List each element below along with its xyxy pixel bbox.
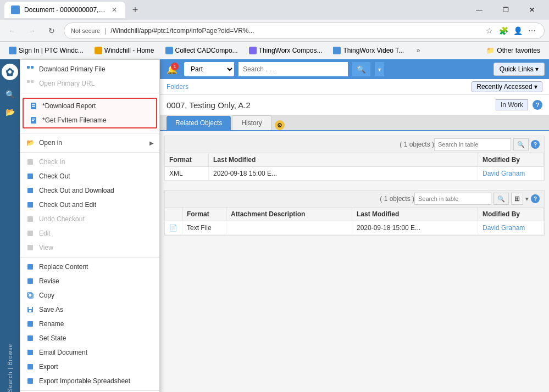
download-report-item[interactable]: *Download Report <box>24 99 156 113</box>
bookmark-item-thingworx2[interactable]: ThingWorx Video T... <box>329 46 408 55</box>
bookmark-favicon <box>249 47 257 54</box>
help-icon[interactable]: ? <box>533 100 542 110</box>
download-primary-file-item[interactable]: Download Primary File <box>20 62 159 76</box>
rename-item[interactable]: Rename <box>20 317 159 331</box>
revise-icon <box>26 277 35 285</box>
table-2-header: Format Attachment Description Last Modif… <box>165 208 544 221</box>
maximize-button[interactable]: ❐ <box>493 0 518 20</box>
col-last-modified-2: Last Modified <box>352 208 478 221</box>
bookmark-item-ptc[interactable]: Sign In | PTC Windc... <box>4 46 88 55</box>
cell-modified-by[interactable]: David Graham <box>478 167 544 180</box>
col-modified-by-1: Modified By <box>478 153 544 166</box>
cell-modified-by-2[interactable]: David Graham <box>478 221 544 234</box>
address-bar[interactable]: Not secure | /Windchill/app/#ptc1/tcomp/… <box>64 23 545 39</box>
document-status: In Work ? <box>496 99 542 110</box>
bookmark-label: ThingWorx Video T... <box>343 47 404 54</box>
section-search-input-2[interactable] <box>414 193 491 205</box>
grid-view-icon[interactable]: ⊞ <box>511 193 523 205</box>
edit-item[interactable]: Edit <box>20 226 159 240</box>
section-header-1: ( 1 objects ) 🔍 ? <box>165 136 544 153</box>
svg-rect-17 <box>27 231 33 236</box>
bookmark-label: Collect CADCompo... <box>175 47 238 54</box>
document-title: 0007, Testing Only, A.2 <box>167 100 251 110</box>
bookmark-item-home[interactable]: Windchill - Home <box>90 46 159 55</box>
back-button[interactable]: ← <box>4 23 20 38</box>
table-search-button-2[interactable]: 🔍 <box>493 193 509 205</box>
open-in-item[interactable]: 📂 Open in ▶ <box>20 136 159 150</box>
copy-item[interactable]: Copy <box>20 288 159 303</box>
address-bar-row: ← → ↻ Not secure | /Windchill/app/#ptc1/… <box>0 20 549 42</box>
profile-icon[interactable]: 👤 <box>512 25 523 36</box>
extension-icon[interactable]: 🧩 <box>498 25 509 36</box>
section-search-input[interactable] <box>434 138 511 150</box>
active-tab[interactable]: Document - 0000000007, Testin... ✕ <box>4 2 125 18</box>
table-help-icon[interactable]: ? <box>531 140 540 149</box>
checkout-download-icon <box>26 186 35 195</box>
tab-settings-icon[interactable]: ⚙ <box>275 120 285 130</box>
close-button[interactable]: ✕ <box>519 0 545 20</box>
email-document-item[interactable]: Email Document <box>20 345 159 360</box>
save-icon <box>26 305 35 314</box>
bookmark-item-thingworx1[interactable]: ThingWorx Compos... <box>245 46 327 55</box>
favorites-folder[interactable]: 📁 Other favorites <box>482 46 545 55</box>
cell-format: XML <box>165 167 209 180</box>
menu-label: Edit <box>39 229 154 237</box>
svg-rect-11 <box>32 120 34 121</box>
reload-button[interactable]: ↻ <box>44 23 59 38</box>
download-icon <box>26 65 35 74</box>
svg-rect-5 <box>31 80 34 83</box>
app-container: 🔍 📂 Search | Browse Download Primary Fil… <box>0 59 549 392</box>
set-state-item[interactable]: Set State <box>20 331 159 345</box>
view-item[interactable]: View <box>20 240 159 255</box>
new-tab-button[interactable]: + <box>127 2 143 18</box>
table-row-2: 📄 Text File 2020-09-18 15:00 E... David … <box>165 221 544 235</box>
save-as-item[interactable]: Save As <box>20 303 159 317</box>
forward-button[interactable]: → <box>24 23 40 38</box>
check-in-item[interactable]: Check In <box>20 155 159 169</box>
table-help-icon-2[interactable]: ? <box>531 194 540 203</box>
tab-history[interactable]: History <box>232 115 271 130</box>
export-icon <box>26 362 35 371</box>
more-bookmarks-button[interactable]: » <box>411 43 426 58</box>
dropdown-arrow[interactable]: ▾ <box>525 195 529 203</box>
open-primary-url-item[interactable]: Open Primary URL <box>20 76 159 91</box>
check-out-edit-item[interactable]: Check Out and Edit <box>20 198 159 212</box>
search-sidebar-icon[interactable]: 🔍 <box>2 87 18 102</box>
notification-badge: 1 <box>171 63 179 70</box>
tab-label: History <box>241 119 262 127</box>
search-type-select[interactable]: Part Document <box>184 62 234 76</box>
replace-content-item[interactable]: Replace Content <box>20 260 159 274</box>
check-out-item[interactable]: Check Out <box>20 169 159 183</box>
tab-close-button[interactable]: ✕ <box>110 5 119 14</box>
svg-point-1 <box>8 70 12 74</box>
undo-checkout-item[interactable]: Undo Checkout <box>20 212 159 226</box>
app-logo[interactable] <box>2 64 18 80</box>
rename-icon <box>26 320 35 328</box>
minimize-button[interactable]: — <box>467 0 492 20</box>
search-button[interactable]: 🔍 <box>352 62 370 76</box>
export-item[interactable]: Export <box>20 360 159 374</box>
svg-rect-7 <box>32 104 35 105</box>
url-display: /Windchill/app/#ptc1/tcomp/infoPage?oid=… <box>110 27 479 35</box>
breadcrumb[interactable]: Folders <box>167 83 188 91</box>
menu-label: Replace Content <box>39 263 154 271</box>
bookmark-star-icon[interactable]: ☆ <box>484 25 495 36</box>
revise-item[interactable]: Revise <box>20 274 159 288</box>
tab-related-objects[interactable]: Related Objects <box>167 116 231 130</box>
recently-accessed-button[interactable]: Recently Accessed ▾ <box>472 81 542 92</box>
search-input[interactable] <box>239 62 348 76</box>
get-fvitem-filename-item[interactable]: *Get FvItem Filename <box>24 113 156 127</box>
table-search-button[interactable]: 🔍 <box>513 138 529 150</box>
tab-title: Document - 0000000007, Testin... <box>24 6 106 14</box>
quick-links-button[interactable]: Quick Links ▾ <box>493 63 545 76</box>
check-out-download-item[interactable]: Check Out and Download <box>20 183 159 198</box>
export-spreadsheet-icon <box>26 377 35 385</box>
search-options-button[interactable]: ▾ <box>375 62 384 76</box>
bookmark-item-collect[interactable]: Collect CADCompo... <box>161 46 242 55</box>
export-importable-item[interactable]: Export Importable Spreadsheet <box>20 374 159 388</box>
menu-label: Check Out and Download <box>39 187 154 194</box>
menu-label: Check Out <box>39 172 154 180</box>
browse-sidebar-icon[interactable]: 📂 <box>2 104 18 120</box>
notification-bell[interactable]: 🔔 1 <box>164 61 180 77</box>
menu-dots-icon[interactable]: ⋯ <box>526 25 537 36</box>
